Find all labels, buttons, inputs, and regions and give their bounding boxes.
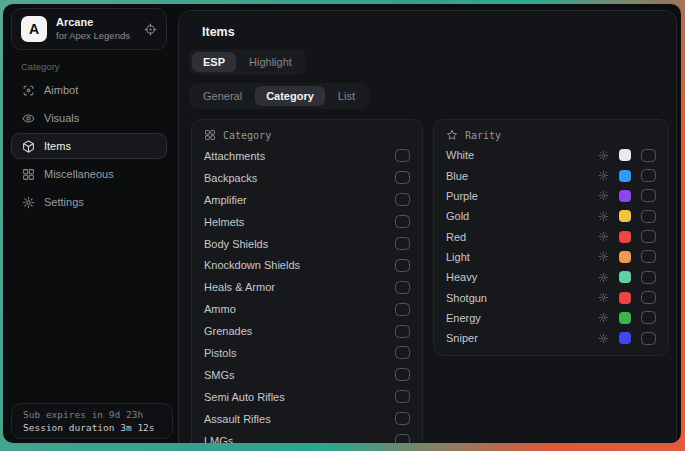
category-label: Pistols — [204, 347, 395, 359]
light-color-swatch[interactable] — [619, 251, 631, 263]
energy-color-swatch[interactable] — [619, 312, 631, 324]
rarity-label: White — [446, 149, 598, 161]
rarity-label: Purple — [446, 190, 598, 202]
pistols-checkbox[interactable] — [395, 346, 410, 359]
category-label: Attachments — [204, 150, 395, 162]
helmets-checkbox[interactable] — [395, 215, 410, 228]
attachments-checkbox[interactable] — [395, 149, 410, 162]
body-shields-checkbox[interactable] — [395, 237, 410, 250]
gold-color-swatch[interactable] — [619, 210, 631, 222]
grid-icon — [22, 168, 35, 181]
energy-checkbox[interactable] — [641, 311, 656, 324]
category-row-lmgs: LMGs — [204, 430, 410, 443]
general-category-list-tabs: GeneralCategoryList — [189, 83, 369, 109]
crosshair-icon[interactable] — [144, 23, 157, 36]
assault-rifles-checkbox[interactable] — [395, 412, 410, 425]
grenades-checkbox[interactable] — [395, 325, 410, 338]
heavy-checkbox[interactable] — [641, 271, 656, 284]
sidebar-item-aimbot[interactable]: Aimbot — [11, 77, 167, 103]
heals-armor-checkbox[interactable] — [395, 281, 410, 294]
sidebar-nav: AimbotVisualsItemsMiscellaneousSettings — [11, 77, 167, 215]
sniper-checkbox[interactable] — [641, 332, 656, 345]
tab-list[interactable]: List — [327, 86, 366, 106]
category-label: Helmets — [204, 216, 395, 228]
amplifier-checkbox[interactable] — [395, 193, 410, 206]
eye-icon — [22, 112, 35, 125]
blue-settings-gear-icon[interactable] — [598, 170, 609, 181]
category-row-amplifier: Amplifier — [204, 189, 410, 211]
heavy-color-swatch[interactable] — [619, 271, 631, 283]
tab-highlight[interactable]: Highlight — [238, 52, 303, 72]
rarity-row-sniper: Sniper — [446, 328, 656, 348]
cube-icon — [22, 140, 35, 153]
session-duration-text: Session duration 3m 12s — [23, 422, 161, 433]
subscription-info-card: Sub expires in 9d 23h Session duration 3… — [11, 403, 173, 439]
lmgs-checkbox[interactable] — [395, 434, 410, 443]
sidebar-item-label: Visuals — [44, 112, 79, 124]
energy-settings-gear-icon[interactable] — [598, 312, 609, 323]
category-label: SMGs — [204, 369, 395, 381]
category-row-pistols: Pistols — [204, 342, 410, 364]
rarity-row-blue: Blue — [446, 165, 656, 185]
gear-icon — [22, 196, 35, 209]
blue-color-swatch[interactable] — [619, 170, 631, 182]
white-checkbox[interactable] — [641, 149, 656, 162]
category-panel-header: Category — [204, 129, 410, 141]
category-label: LMGs — [204, 435, 395, 443]
light-checkbox[interactable] — [641, 250, 656, 263]
category-row-assault-rifles: Assault Rifles — [204, 408, 410, 430]
rarity-label: Heavy — [446, 271, 598, 283]
rarity-label: Gold — [446, 210, 598, 222]
shotgun-settings-gear-icon[interactable] — [598, 292, 609, 303]
heavy-settings-gear-icon[interactable] — [598, 272, 609, 283]
sidebar-item-settings[interactable]: Settings — [11, 189, 167, 215]
aimbot-crosshair-icon — [22, 84, 35, 97]
sidebar-item-label: Miscellaneous — [44, 168, 114, 180]
rarity-label: Blue — [446, 170, 598, 182]
rarity-label: Light — [446, 251, 598, 263]
sidebar-item-miscellaneous[interactable]: Miscellaneous — [11, 161, 167, 187]
category-panel: Category AttachmentsBackpacksAmplifierHe… — [191, 119, 423, 443]
shotgun-checkbox[interactable] — [641, 291, 656, 304]
white-color-swatch[interactable] — [619, 149, 631, 161]
sub-expires-text: Sub expires in 9d 23h — [23, 409, 161, 420]
category-row-attachments: Attachments — [204, 145, 410, 167]
purple-color-swatch[interactable] — [619, 190, 631, 202]
white-settings-gear-icon[interactable] — [598, 150, 609, 161]
ammo-checkbox[interactable] — [395, 303, 410, 316]
rarity-label: Shotgun — [446, 292, 598, 304]
category-panel-title: Category — [223, 130, 271, 141]
gold-checkbox[interactable] — [641, 210, 656, 223]
app-logo: A — [21, 16, 47, 42]
tab-esp[interactable]: ESP — [192, 52, 236, 72]
tab-category[interactable]: Category — [255, 86, 325, 106]
rarity-panel-title: Rarity — [465, 130, 501, 141]
rarity-row-heavy: Heavy — [446, 267, 656, 287]
brand-text: Arcane for Apex Legends — [56, 16, 135, 42]
category-list: AttachmentsBackpacksAmplifierHelmetsBody… — [204, 145, 410, 443]
rarity-row-light: Light — [446, 247, 656, 267]
tab-general[interactable]: General — [192, 86, 253, 106]
shotgun-color-swatch[interactable] — [619, 292, 631, 304]
purple-settings-gear-icon[interactable] — [598, 190, 609, 201]
red-checkbox[interactable] — [641, 230, 656, 243]
purple-checkbox[interactable] — [641, 189, 656, 202]
smgs-checkbox[interactable] — [395, 368, 410, 381]
backpacks-checkbox[interactable] — [395, 171, 410, 184]
light-settings-gear-icon[interactable] — [598, 251, 609, 262]
rarity-row-white: White — [446, 145, 656, 165]
red-color-swatch[interactable] — [619, 231, 631, 243]
category-row-heals-armor: Heals & Armor — [204, 276, 410, 298]
sniper-color-swatch[interactable] — [619, 332, 631, 344]
sidebar-item-items[interactable]: Items — [11, 133, 167, 159]
sniper-settings-gear-icon[interactable] — [598, 333, 609, 344]
category-label: Assault Rifles — [204, 413, 395, 425]
red-settings-gear-icon[interactable] — [598, 231, 609, 242]
knockdown-shields-checkbox[interactable] — [395, 259, 410, 272]
semi-auto-rifles-checkbox[interactable] — [395, 390, 410, 403]
category-label: Grenades — [204, 325, 395, 337]
gold-settings-gear-icon[interactable] — [598, 211, 609, 222]
blue-checkbox[interactable] — [641, 169, 656, 182]
sidebar-item-visuals[interactable]: Visuals — [11, 105, 167, 131]
layout-grid-icon — [204, 129, 216, 141]
